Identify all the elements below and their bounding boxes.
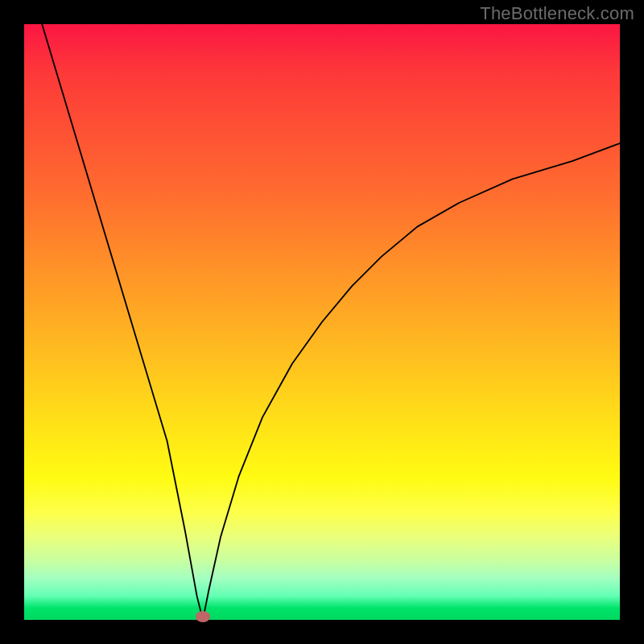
curve-right-branch xyxy=(203,143,620,620)
min-point-marker xyxy=(196,611,210,622)
plot-area xyxy=(24,24,620,620)
outer-frame: TheBottleneck.com xyxy=(0,0,644,644)
watermark-label: TheBottleneck.com xyxy=(480,3,634,24)
curve-left-branch xyxy=(42,24,203,620)
bottleneck-curve xyxy=(24,24,620,620)
